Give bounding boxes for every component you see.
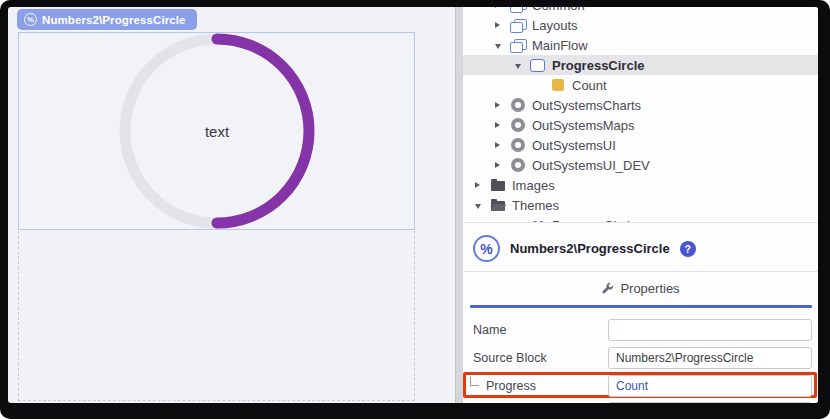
collapse-arrow-icon[interactable] — [515, 60, 529, 70]
property-input-name[interactable] — [608, 319, 812, 341]
tab-properties[interactable]: Properties — [463, 272, 818, 305]
tree-item-label: OutSystemsMaps — [532, 118, 635, 133]
selected-widget-badge-label: Numbers2\ProgressCircle — [42, 14, 186, 26]
properties-title: Numbers2\ProgressCircle — [510, 241, 670, 256]
theme-icon — [531, 219, 545, 223]
app-content: % Numbers2\ProgressCircle text Common La… — [8, 7, 818, 403]
ui-flow-icon — [510, 7, 525, 12]
property-input-source-block[interactable] — [608, 347, 812, 369]
expand-arrow-icon[interactable] — [495, 160, 509, 170]
expand-arrow-icon[interactable] — [475, 180, 489, 190]
tree-item-label: Images — [512, 178, 555, 193]
tree-item-label: Layouts — [532, 18, 578, 33]
percent-circle-icon: % — [473, 235, 500, 262]
property-label: Progress — [463, 379, 608, 393]
tab-properties-label: Properties — [620, 281, 679, 296]
tree-item-outsystemscharts[interactable]: OutSystemsCharts — [463, 95, 818, 115]
tree-item-label: OutSystemsUI — [532, 138, 616, 153]
properties-panel: % Numbers2\ProgressCircle ? Properties N… — [463, 223, 818, 403]
property-label: Name — [463, 323, 608, 337]
selected-widget-badge[interactable]: % Numbers2\ProgressCircle — [17, 9, 197, 30]
tree-item-outsystemsui_dev[interactable]: OutSystemsUI_DEV — [463, 155, 818, 175]
right-panel: Common Layouts MainFlow ProgressCircle C… — [463, 7, 818, 403]
percent-circle-icon: % — [24, 13, 37, 26]
producer-icon — [511, 118, 525, 132]
property-row-name: Name — [463, 318, 818, 341]
tree-item-images[interactable]: Images — [463, 175, 818, 195]
producer-icon — [511, 158, 525, 172]
tree-item-outsystemsmaps[interactable]: OutSystemsMaps — [463, 115, 818, 135]
tree-item-label: ProgressCircle — [552, 58, 645, 73]
collapse-arrow-icon[interactable] — [475, 200, 489, 210]
property-input-progress[interactable] — [608, 375, 812, 397]
progress-center-text: text — [19, 33, 415, 229]
wrench-icon — [601, 282, 614, 295]
screen-icon — [530, 59, 545, 72]
expand-arrow-icon[interactable] — [495, 140, 509, 150]
producer-icon — [511, 138, 525, 152]
property-label: Source Block — [463, 351, 608, 365]
progress-circle-widget[interactable]: text — [18, 32, 415, 230]
ui-flow-icon — [510, 19, 525, 32]
expand-arrow-icon[interactable] — [495, 20, 509, 30]
tree-item-themes[interactable]: Themes — [463, 195, 818, 215]
tree-item-progresscircle[interactable]: ProgressCircle — [463, 55, 818, 75]
tree-item-common[interactable]: Common — [463, 7, 818, 15]
ui-flow-icon — [510, 39, 525, 52]
variable-icon — [552, 79, 564, 91]
module-tree: Common Layouts MainFlow ProgressCircle C… — [463, 7, 818, 222]
tree-item-label: Count — [572, 78, 607, 93]
property-fields: Name Source Block Progress — [463, 308, 818, 397]
expand-arrow-icon[interactable] — [495, 100, 509, 110]
tree-item-mainflow[interactable]: MainFlow — [463, 35, 818, 55]
expand-arrow-icon[interactable] — [495, 7, 509, 10]
tree-item-progresscircle[interactable]: ProgressCircle — [463, 215, 818, 222]
properties-header: % Numbers2\ProgressCircle ? — [463, 223, 818, 271]
tree-item-outsystemsui[interactable]: OutSystemsUI — [463, 135, 818, 155]
property-row-source-block: Source Block — [463, 346, 818, 369]
tree-item-label: OutSystemsUI_DEV — [532, 158, 650, 173]
folder-open-icon — [491, 201, 505, 211]
tree-item-label: ProgressCircle — [552, 218, 637, 223]
panel-splitter[interactable] — [455, 7, 463, 403]
child-connector-icon — [470, 377, 479, 386]
property-row-progress: Progress — [463, 374, 818, 397]
producer-icon — [511, 98, 525, 112]
canvas-empty-placeholder[interactable] — [18, 231, 415, 401]
collapse-arrow-icon[interactable] — [495, 40, 509, 50]
arrow-icon — [515, 220, 529, 222]
tree-item-label: OutSystemsCharts — [532, 98, 641, 113]
help-icon[interactable]: ? — [680, 241, 696, 257]
next-property-input-partial[interactable] — [608, 402, 812, 403]
tree-item-layouts[interactable]: Layouts — [463, 15, 818, 35]
tree-item-label: Themes — [512, 198, 559, 213]
tree-item-label: Common — [532, 7, 585, 13]
tree-item-label: MainFlow — [532, 38, 588, 53]
design-canvas[interactable]: % Numbers2\ProgressCircle text — [8, 7, 455, 403]
window-frame: % Numbers2\ProgressCircle text Common La… — [0, 0, 830, 419]
folder-icon — [491, 181, 505, 191]
tree-item-count[interactable]: Count — [463, 75, 818, 95]
expand-arrow-icon[interactable] — [495, 120, 509, 130]
arrow-icon — [535, 80, 549, 90]
